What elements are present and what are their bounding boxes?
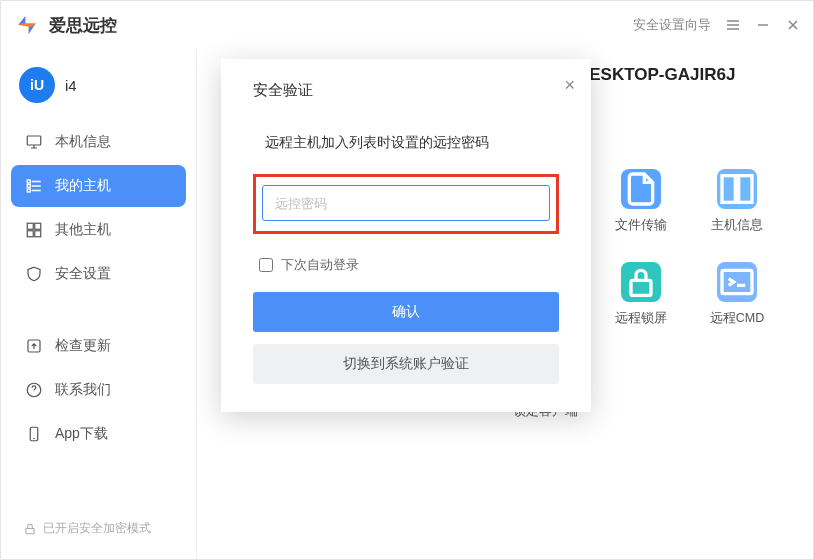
auto-login-row[interactable]: 下次自动登录	[253, 256, 559, 274]
security-dialog: 安全验证 × 远程主机加入列表时设置的远控密码 下次自动登录 确认 切换到系统账…	[221, 59, 591, 412]
switch-auth-button[interactable]: 切换到系统账户验证	[253, 344, 559, 384]
confirm-button[interactable]: 确认	[253, 292, 559, 332]
auto-login-checkbox[interactable]	[259, 258, 273, 272]
dialog-title: 安全验证	[253, 81, 559, 100]
password-input[interactable]	[262, 185, 550, 221]
auto-login-label: 下次自动登录	[281, 256, 359, 274]
password-highlight-box	[253, 174, 559, 234]
dialog-overlay: 安全验证 × 远程主机加入列表时设置的远控密码 下次自动登录 确认 切换到系统账…	[1, 1, 813, 559]
dialog-subtitle: 远程主机加入列表时设置的远控密码	[253, 134, 559, 152]
dialog-close-icon[interactable]: ×	[564, 75, 575, 96]
